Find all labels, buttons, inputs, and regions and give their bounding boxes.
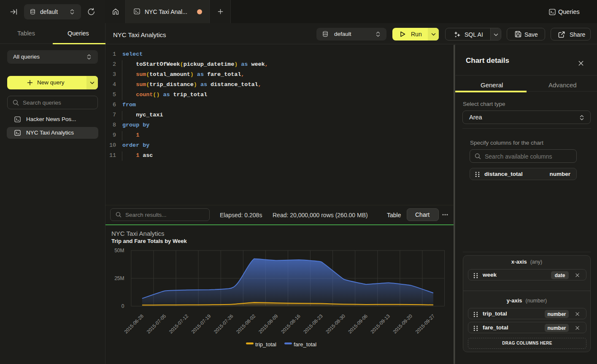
svg-text:0: 0: [122, 303, 124, 309]
svg-text:2015-07-26: 2015-07-26: [213, 313, 234, 334]
svg-text:2015-08-02: 2015-08-02: [235, 313, 257, 334]
svg-text:2015-08-16: 2015-08-16: [280, 313, 301, 334]
svg-text:fare_total: fare_total: [294, 341, 316, 348]
svg-text:2015-06-28: 2015-06-28: [123, 313, 144, 334]
svg-text:2015-07-05: 2015-07-05: [146, 313, 167, 334]
svg-text:2015-07-19: 2015-07-19: [191, 313, 212, 334]
svg-text:2015-08-23: 2015-08-23: [303, 313, 324, 334]
svg-text:2015-08-09: 2015-08-09: [258, 313, 279, 334]
svg-text:trip_total: trip_total: [255, 341, 276, 348]
svg-text:2015-09-27: 2015-09-27: [414, 313, 435, 334]
svg-text:2015-09-06: 2015-09-06: [347, 313, 368, 334]
svg-text:2015-08-30: 2015-08-30: [325, 313, 346, 334]
svg-text:25M: 25M: [114, 275, 124, 281]
svg-text:2015-09-20: 2015-09-20: [392, 313, 413, 334]
svg-text:50M: 50M: [114, 248, 124, 253]
svg-text:2015-09-13: 2015-09-13: [370, 313, 391, 334]
svg-text:2015-07-12: 2015-07-12: [168, 313, 189, 334]
